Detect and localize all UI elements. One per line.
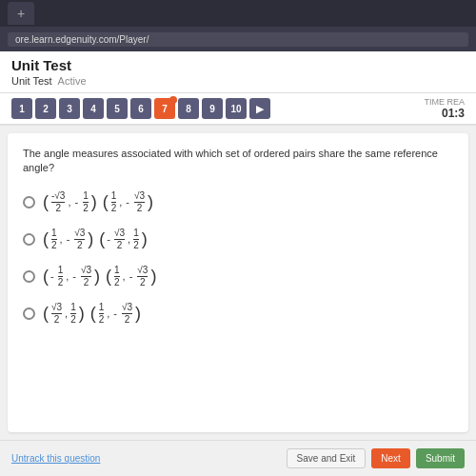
time-value: 01:3	[424, 107, 465, 120]
nav-btn-10[interactable]: 10	[226, 98, 247, 119]
math-expr-b: ( 12 , - √32 ) ( - √32 , 12 )	[43, 228, 148, 250]
app-header: Unit Test Unit Test Active	[0, 51, 476, 93]
answer-choice-c[interactable]: ( - 12 , - √32 ) ( 12 , - √32 )	[23, 266, 453, 288]
page-title: Unit Test	[11, 57, 465, 73]
next-button[interactable]: Next	[371, 448, 410, 468]
time-label: TIME REA	[424, 97, 465, 107]
radio-b[interactable]	[23, 233, 35, 246]
nav-btn-8[interactable]: 8	[178, 98, 199, 119]
save-exit-button[interactable]: Save and Exit	[287, 448, 367, 468]
radio-c[interactable]	[23, 270, 35, 283]
subtitle-active: Active	[58, 75, 87, 87]
answer-choice-b[interactable]: ( 12 , - √32 ) ( - √32 , 12 )	[23, 228, 453, 250]
math-expr-a: ( -√32 , - 12 ) ( 12 , - √32 )	[43, 191, 153, 213]
nav-btn-6[interactable]: 6	[130, 98, 151, 119]
nav-btn-3[interactable]: 3	[59, 98, 80, 119]
answer-choice-a[interactable]: ( -√32 , - 12 ) ( 12 , - √32 )	[23, 191, 453, 213]
browser-bar: ore.learn.edgenuity.com/Player/	[0, 27, 476, 51]
url-bar[interactable]: ore.learn.edgenuity.com/Player/	[8, 32, 468, 47]
subtitle-test: Unit Test	[11, 75, 52, 87]
nav-btn-9[interactable]: 9	[202, 98, 223, 119]
nav-next-arrow[interactable]: ▶	[249, 98, 270, 119]
browser-chrome: +	[0, 0, 476, 27]
answer-choice-d[interactable]: ( √32 , 12 ) ( 12 , - √32 )	[23, 303, 453, 325]
footer-buttons: Save and Exit Next Submit	[287, 448, 465, 468]
math-expr-d: ( √32 , 12 ) ( 12 , - √32 )	[43, 303, 141, 325]
tab-plus[interactable]: +	[17, 6, 25, 21]
app-subtitle: Unit Test Active	[11, 75, 465, 87]
nav-buttons: 1 2 3 4 5 6 7 8 9 10 ▶	[11, 98, 270, 119]
nav-btn-2[interactable]: 2	[35, 98, 56, 119]
nav-btn-4[interactable]: 4	[83, 98, 104, 119]
main-content: Unit Test Unit Test Active 1 2 3 4 5 6 7…	[0, 51, 476, 476]
untrack-link[interactable]: Untrack this question	[11, 453, 100, 464]
nav-bar: 1 2 3 4 5 6 7 8 9 10 ▶ TIME REA 01:3	[0, 93, 476, 126]
question-area: The angle measures associated with which…	[8, 133, 468, 432]
submit-button[interactable]: Submit	[416, 448, 465, 468]
nav-btn-5[interactable]: 5	[107, 98, 128, 119]
browser-tab[interactable]: +	[8, 2, 34, 25]
radio-d[interactable]	[23, 307, 35, 320]
math-expr-c: ( - 12 , - √32 ) ( 12 , - √32 )	[43, 266, 156, 288]
radio-a[interactable]	[23, 196, 35, 208]
question-text: The angle measures associated with which…	[23, 147, 453, 176]
footer-bar: Untrack this question Save and Exit Next…	[0, 440, 476, 476]
nav-btn-1[interactable]: 1	[11, 98, 32, 119]
nav-btn-7[interactable]: 7	[154, 98, 175, 119]
